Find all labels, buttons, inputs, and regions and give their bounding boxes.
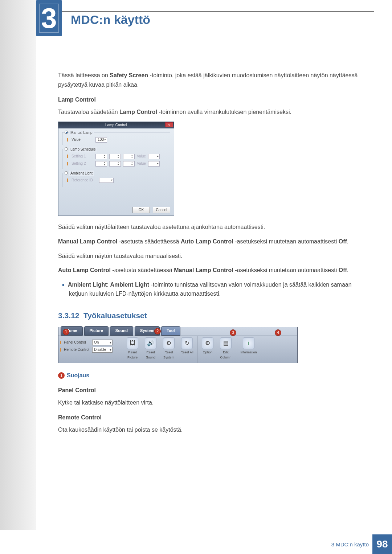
reference-id-select[interactable] — [99, 178, 114, 183]
label: Information — [240, 350, 257, 355]
reset-system-button[interactable]: ⚙ Reset System — [160, 337, 177, 361]
manual-lamp-group: Manual Lamp Value 100 — [62, 132, 170, 145]
ambient-light-group: Ambient Light Reference ID — [62, 173, 170, 187]
page-title: MDC:n käyttö — [71, 13, 150, 27]
field-marker — [60, 341, 61, 344]
hour-spinner[interactable]: ▴▾ — [95, 154, 107, 159]
text: Ambient Light — [68, 282, 107, 288]
dialog-title: Lamp Control — [105, 123, 127, 127]
ampm-spinner[interactable]: ▴▾ — [123, 161, 135, 167]
ambient-light-radio[interactable] — [65, 171, 68, 175]
value-spinner[interactable] — [148, 154, 160, 159]
hour-spinner[interactable]: ▴▾ — [95, 161, 107, 167]
text: -toiminnon avulla virrankulutuksen piene… — [157, 109, 291, 115]
suojaus-heading: 1Suojaus — [58, 370, 361, 380]
minute-spinner[interactable]: ▴▾ — [109, 161, 121, 167]
tab-tool[interactable]: Tool — [161, 326, 180, 336]
text: Säädä valitun näyttölaitteen taustavaloa… — [58, 222, 361, 232]
content-area: Tässä laitteessa on Safety Screen -toimi… — [58, 71, 361, 439]
text: Ambient Light — [110, 282, 149, 288]
label: Option — [203, 350, 213, 355]
remote-control-sub-heading: Remote Control — [58, 413, 361, 422]
remote-control-body: Ota kaukosäädin käyttöön tai poista se k… — [58, 425, 361, 435]
reset-picture-icon: 🖼 — [127, 337, 138, 349]
panel-control-label: Panel Control — [64, 340, 91, 345]
panel-control-sub-heading: Panel Control — [58, 386, 361, 395]
field-marker — [67, 162, 68, 165]
lamp-control-heading: Lamp Control — [58, 95, 361, 104]
value-label: Value — [137, 153, 146, 159]
text: -asetusta säädettäessä — [118, 238, 181, 245]
value-label: Value — [72, 137, 93, 143]
dropdown-value: On — [94, 340, 99, 345]
reset-system-icon: ⚙ — [163, 337, 175, 349]
edit-column-icon: ▤ — [220, 337, 232, 349]
information-button[interactable]: i Information — [238, 337, 260, 361]
tab-picture[interactable]: Picture — [84, 326, 109, 336]
field-marker — [67, 155, 68, 158]
suojaus-label: Suojaus — [67, 371, 89, 380]
text: -asetukseksi muutetaan automaattisesti — [233, 238, 339, 245]
safety-screen-term: Safety Screen — [110, 72, 148, 78]
option-button[interactable]: ⚙ Option — [199, 337, 216, 361]
bullet-icon — [62, 284, 64, 286]
reset-picture-button[interactable]: 🖼 Reset Picture — [124, 337, 141, 361]
cancel-button[interactable]: Cancel — [153, 207, 170, 213]
option-group: ⚙ Option ▤ Edit Column — [197, 336, 236, 363]
edit-column-button[interactable]: ▤ Edit Column — [217, 337, 234, 361]
value-spinner[interactable] — [148, 161, 160, 167]
value-spinner[interactable]: 100 — [95, 137, 107, 143]
footer-text: 3 MDC:n käyttö — [331, 541, 369, 547]
left-margin-decoration — [0, 0, 36, 530]
text: Lamp Control — [119, 109, 157, 115]
text: Off — [339, 238, 347, 245]
reset-sound-icon: 🔊 — [145, 337, 156, 349]
ampm-spinner[interactable]: ▴▾ — [123, 154, 135, 159]
bullet-ambient-light: Ambient Light: Ambient Light -toiminto t… — [58, 280, 361, 299]
close-icon[interactable]: x — [165, 122, 173, 127]
remote-control-label: Remote Control — [64, 347, 91, 353]
manual-lamp-radio[interactable] — [65, 131, 68, 134]
text: . — [347, 238, 348, 245]
panel-control-body: Kytke tai katkaise näyttölaitteen virta. — [58, 398, 361, 407]
group-legend: Ambient Light — [69, 171, 94, 176]
marker-3: 3 — [230, 329, 236, 336]
setting2-label: Setting 2 — [72, 161, 93, 167]
reset-all-button[interactable]: ↻ Reset All — [178, 337, 196, 361]
marker-2: 2 — [154, 328, 161, 335]
header-rule — [36, 11, 374, 12]
info-group: i Information — [236, 336, 261, 363]
minute-spinner[interactable]: ▴▾ — [109, 154, 121, 159]
text: Manual Lamp Control — [58, 238, 118, 245]
text: Tässä laitteessa on — [58, 72, 110, 78]
dropdown-value: Disable — [94, 347, 106, 353]
field-marker — [67, 178, 68, 182]
label: Reset Picture — [124, 350, 141, 360]
tab-sound[interactable]: Sound — [110, 326, 133, 336]
dialog-titlebar: Lamp Control x — [58, 122, 174, 128]
marker-1-inline: 1 — [58, 372, 65, 379]
chapter-badge: 3 — [36, 0, 62, 36]
tool-toolbar: Home Picture Sound System Tool 1 2 3 4 P… — [58, 327, 298, 363]
ok-button[interactable]: OK — [132, 207, 150, 213]
remote-control-dropdown[interactable]: Disable — [92, 347, 113, 353]
tab-row: Home Picture Sound System Tool — [58, 327, 297, 336]
intro-paragraph: Tässä laitteessa on Safety Screen -toimi… — [58, 71, 361, 89]
reset-group: 🖼 Reset Picture 🔊 Reset Sound ⚙ Reset Sy… — [122, 336, 197, 363]
text: Manual Lamp Control — [174, 267, 233, 273]
label: Reset Sound — [142, 350, 159, 360]
text: -asetusta säädettäessä — [111, 267, 174, 273]
marker-1: 1 — [63, 329, 69, 335]
panel-control-dropdown[interactable]: On — [92, 340, 113, 345]
text: Manual Lamp Control -asetusta säädettäes… — [58, 237, 361, 246]
value-number: 100 — [98, 137, 104, 143]
section-heading: 3.3.12 Työkaluasetukset — [58, 309, 361, 322]
page-number: 98 — [372, 534, 392, 554]
reset-sound-button[interactable]: 🔊 Reset Sound — [142, 337, 159, 361]
text: Off — [339, 267, 347, 273]
text: Auto Lamp Control — [58, 267, 111, 273]
text: -asetukseksi muutetaan automaattisesti — [233, 267, 339, 273]
marker-4: 4 — [275, 329, 281, 336]
lamp-schedule-radio[interactable] — [65, 147, 68, 151]
section-number: 3.3.12 — [58, 311, 79, 320]
